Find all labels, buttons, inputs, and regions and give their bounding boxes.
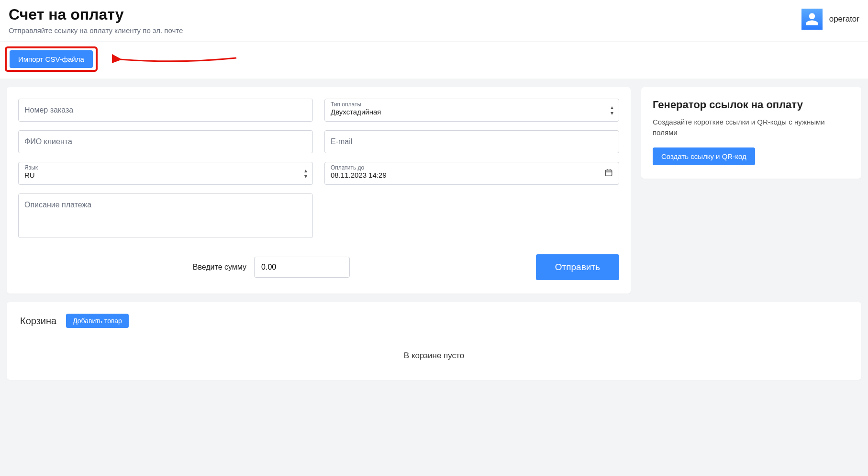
email-field[interactable] bbox=[324, 130, 619, 153]
client-name-input[interactable] bbox=[19, 131, 312, 153]
import-csv-button[interactable]: Импорт CSV-файла bbox=[10, 50, 93, 68]
amount-group: Введите сумму bbox=[193, 257, 350, 278]
order-number-field[interactable] bbox=[18, 99, 313, 122]
link-generator-text: Создавайте короткие ссылки и QR-коды с н… bbox=[653, 117, 850, 138]
basket-panel: Корзина Добавить товар В корзине пусто bbox=[7, 302, 861, 380]
description-field[interactable] bbox=[18, 193, 313, 238]
language-value: RU bbox=[19, 171, 312, 182]
form-grid: Тип оплаты Двухстадийная ▴▾ Язык RU ▴▾ О… bbox=[18, 99, 619, 238]
order-number-input[interactable] bbox=[19, 99, 312, 121]
basket-empty-text: В корзине пусто bbox=[20, 351, 848, 361]
payment-type-label: Тип оплаты bbox=[325, 99, 619, 108]
username-label: operator bbox=[829, 14, 859, 24]
pay-until-field[interactable]: Оплатить до 08.11.2023 14:29 bbox=[324, 162, 619, 185]
client-name-field[interactable] bbox=[18, 130, 313, 153]
chevron-updown-icon: ▴▾ bbox=[304, 168, 307, 179]
chevron-updown-icon: ▴▾ bbox=[611, 104, 613, 116]
pay-until-value: 08.11.2023 14:29 bbox=[325, 171, 619, 182]
send-button[interactable]: Отправить bbox=[536, 254, 619, 280]
annotation-arrow-icon bbox=[112, 52, 241, 67]
user-avatar[interactable] bbox=[801, 9, 823, 30]
basket-header: Корзина Добавить товар bbox=[20, 314, 848, 328]
calendar-icon bbox=[604, 169, 613, 179]
amount-input[interactable] bbox=[254, 257, 350, 278]
invoice-form-panel: Тип оплаты Двухстадийная ▴▾ Язык RU ▴▾ О… bbox=[7, 87, 631, 294]
create-link-button[interactable]: Создать ссылку и QR-код bbox=[653, 147, 755, 165]
email-input[interactable] bbox=[325, 131, 619, 153]
page-subtitle: Отправляйте ссылку на оплату клиенту по … bbox=[9, 26, 183, 34]
description-textarea[interactable] bbox=[19, 194, 312, 236]
header-left: Счет на оплату Отправляйте ссылку на опл… bbox=[9, 6, 183, 34]
toolbar: Импорт CSV-файла bbox=[0, 41, 868, 79]
svg-rect-0 bbox=[605, 170, 612, 176]
user-icon bbox=[805, 12, 819, 26]
page-header: Счет на оплату Отправляйте ссылку на опл… bbox=[0, 0, 868, 41]
import-highlight-box: Импорт CSV-файла bbox=[5, 46, 98, 72]
amount-row: Введите сумму Отправить bbox=[18, 254, 619, 280]
basket-title: Корзина bbox=[20, 316, 56, 327]
language-select[interactable]: Язык RU ▴▾ bbox=[18, 162, 313, 185]
content-area: Тип оплаты Двухстадийная ▴▾ Язык RU ▴▾ О… bbox=[0, 79, 868, 302]
link-generator-panel: Генератор ссылок на оплату Создавайте ко… bbox=[641, 87, 861, 179]
add-product-button[interactable]: Добавить товар bbox=[66, 314, 129, 328]
pay-until-label: Оплатить до bbox=[325, 162, 619, 171]
payment-type-select[interactable]: Тип оплаты Двухстадийная ▴▾ bbox=[324, 99, 619, 122]
link-generator-title: Генератор ссылок на оплату bbox=[653, 99, 850, 111]
header-right: operator bbox=[801, 6, 859, 30]
page-title: Счет на оплату bbox=[9, 6, 183, 23]
amount-label: Введите сумму bbox=[193, 263, 246, 272]
language-label: Язык bbox=[19, 162, 312, 171]
payment-type-value: Двухстадийная bbox=[325, 108, 619, 119]
